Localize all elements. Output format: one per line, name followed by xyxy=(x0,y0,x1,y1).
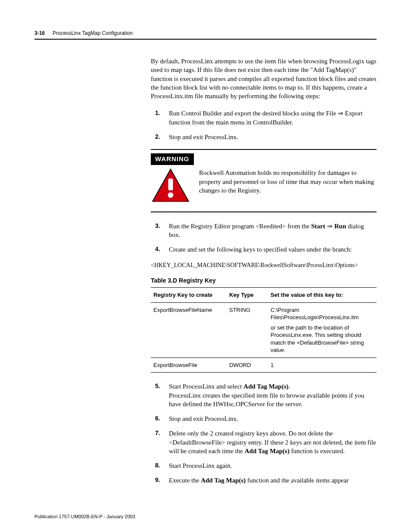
registry-table: Registry Key to create Key Type Set the … xyxy=(151,287,377,373)
content-area: By default, ProcessLinx attempts to use … xyxy=(151,57,377,485)
header-rule xyxy=(34,39,377,40)
list-item: 6. Stop and exit ProcessLinx. xyxy=(151,414,377,423)
step-number: 4. xyxy=(155,245,160,253)
table-row: ExportBrowseFile DWORD 1 xyxy=(151,358,377,373)
step-text: Execute the Add Tag Map(s) function and … xyxy=(169,477,349,484)
step-text: Run Control Builder and export the desir… xyxy=(169,110,363,125)
step-number: 3. xyxy=(155,222,160,230)
cell: DWORD xyxy=(227,358,268,373)
table-header-row: Registry Key to create Key Type Set the … xyxy=(151,288,377,303)
step-text: Start ProcessLinx again. xyxy=(169,462,232,469)
cell: 1 xyxy=(268,358,377,373)
step-text: Stop and exit ProcessLinx. xyxy=(169,415,238,422)
warning-text: Rockwell Automation holds no responsibil… xyxy=(199,168,377,195)
publication-footer: Publication 1757-UM002B-EN-P - January 2… xyxy=(34,514,135,519)
step-number: 5. xyxy=(155,382,160,390)
step-text: Start ProcessLinx and select Add Tag Map… xyxy=(169,383,364,408)
warning-box: WARNING Rockwell Automation holds no res… xyxy=(151,149,377,212)
cell: ExportBrowseFile xyxy=(151,358,227,373)
step-number: 1. xyxy=(155,109,160,117)
warning-icon xyxy=(151,168,190,205)
steps-list-b: 3. Run the Registry Editor program <Reed… xyxy=(151,222,377,254)
cell: STRING xyxy=(227,302,268,358)
col-header: Registry Key to create xyxy=(151,288,227,303)
svg-point-2 xyxy=(168,193,174,198)
registry-path: <HKEY_LOCAL_MACHINE\SOFTWARE\RockwellSof… xyxy=(151,261,377,270)
table-caption: Table 3.D Registry Key xyxy=(151,277,377,285)
list-item: 2. Stop and exit ProcessLinx. xyxy=(151,133,377,141)
list-item: 1. Run Control Builder and export the de… xyxy=(151,109,377,127)
list-item: 9. Execute the Add Tag Map(s) function a… xyxy=(151,476,377,485)
step-number: 8. xyxy=(155,461,160,470)
cell: C:\Program Files\ProcessLogix\ProcessLin… xyxy=(268,302,377,358)
page-header: 3-16 ProcessLinx TagMap Configuration xyxy=(34,30,377,36)
list-item: 8. Start ProcessLinx again. xyxy=(151,461,377,470)
step-number: 2. xyxy=(155,133,160,141)
list-item: 5. Start ProcessLinx and select Add Tag … xyxy=(151,382,377,408)
table-row: ExportBrowseFileName STRING C:\Program F… xyxy=(151,302,377,358)
list-item: 3. Run the Registry Editor program <Reed… xyxy=(151,222,377,240)
list-item: 7. Delete only the 2 created registry ke… xyxy=(151,429,377,455)
step-text: Delete only the 2 created registry keys … xyxy=(169,430,376,454)
cell: ExportBrowseFileName xyxy=(151,302,227,358)
page-number: 3-16 xyxy=(34,30,45,36)
step-text: Run the Registry Editor program <Reedite… xyxy=(169,223,364,238)
steps-list-c: 5. Start ProcessLinx and select Add Tag … xyxy=(151,382,377,485)
step-text: Stop and exit ProcessLinx. xyxy=(169,134,238,140)
arrow-icon: ⇒ xyxy=(338,109,343,117)
step-number: 6. xyxy=(155,414,160,423)
col-header: Key Type xyxy=(227,288,268,303)
svg-rect-1 xyxy=(168,179,173,190)
step-number: 9. xyxy=(155,476,160,484)
list-item: 4. Create and set the following keys to … xyxy=(151,245,377,254)
arrow-icon: ⇒ xyxy=(325,222,334,230)
section-title: ProcessLinx TagMap Configuration xyxy=(53,30,133,36)
step-number: 7. xyxy=(155,429,160,437)
col-header: Set the value of this key to: xyxy=(268,288,377,303)
steps-list-a: 1. Run Control Builder and export the de… xyxy=(151,109,377,141)
warning-label: WARNING xyxy=(151,153,194,165)
intro-paragraph: By default, ProcessLinx attempts to use … xyxy=(151,57,377,100)
step-text: Create and set the following keys to spe… xyxy=(169,246,352,253)
